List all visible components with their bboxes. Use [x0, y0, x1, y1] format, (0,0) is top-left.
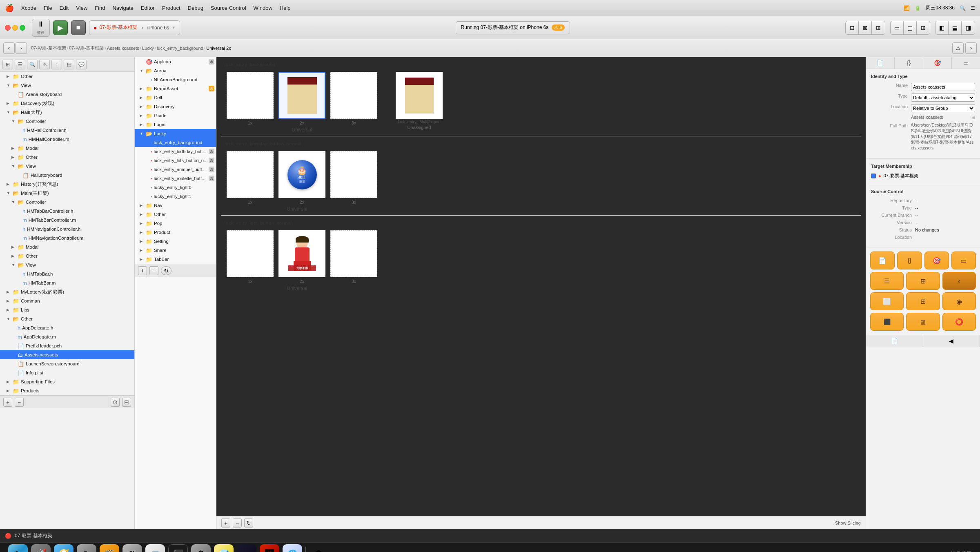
insp-icon-square1[interactable]: ⬜ — [870, 292, 904, 310]
nav-share[interactable]: ▶ 📁 Share — [135, 246, 216, 255]
insp-icon-grid[interactable]: ⊞ — [906, 272, 940, 290]
dock-video[interactable]: 🎬 — [100, 544, 119, 552]
insp-icon-left-arrow[interactable]: ‹ — [942, 272, 976, 290]
minimize-window-btn[interactable] — [12, 25, 18, 31]
tree-item-hmnavigation-h[interactable]: h HMNavigationController.h — [0, 225, 134, 234]
nav-next-issue-btn[interactable]: › — [965, 42, 977, 54]
inspector-tab-file[interactable]: 📄 — [866, 57, 895, 69]
tree-item-hmhall-m[interactable]: m HMHallController.m — [0, 135, 134, 144]
insp-icon-file[interactable]: 📄 — [870, 252, 895, 269]
tree-item-other-hall[interactable]: ▶ 📁 Other — [0, 153, 134, 162]
inspector-tab-quick-help[interactable]: {} — [895, 57, 923, 69]
unassigned-image-box[interactable] — [396, 72, 443, 119]
tree-item-appdelegate-h[interactable]: h AppDelegate.h — [0, 323, 134, 332]
tree-item-hmhall-h[interactable]: h HMHallController.h — [0, 126, 134, 135]
hide-navigator-btn[interactable]: ◧ — [935, 21, 949, 34]
menu-list-icon[interactable]: ☰ — [971, 5, 975, 11]
menu-debug[interactable]: Debug — [188, 5, 203, 11]
tree-item-products[interactable]: ▶ 📁 Products — [0, 386, 134, 395]
navigator-toggle[interactable]: ⊟ — [846, 21, 859, 34]
nav-refresh-btn[interactable]: ↻ — [161, 266, 172, 275]
menu-search-icon[interactable]: 🔍 — [960, 5, 966, 11]
tree-item-view-hall[interactable]: ▼ 📂 View — [0, 162, 134, 171]
file-tree-search-btn[interactable]: 🔍 — [27, 60, 38, 69]
insp-icon-rect[interactable]: ▭ — [951, 252, 976, 269]
tree-item-controller-hall[interactable]: ▼ 📂 Controller — [0, 117, 134, 126]
standard-editor-btn[interactable]: ▭ — [891, 21, 904, 34]
inspector-toggle[interactable]: ⊞ — [872, 21, 885, 34]
content-settings-btn[interactable]: ↻ — [244, 519, 253, 528]
tree-item-hall-sb[interactable]: 📋 Hall.storyboard — [0, 171, 134, 180]
slot-3x-luck-bg[interactable] — [330, 72, 377, 119]
apple-logo[interactable]: 🍎 — [5, 4, 14, 13]
nav-luck-lots[interactable]: ▪ luck_entry_lots_button_n... ◎ — [135, 156, 216, 165]
hide-inspector-btn[interactable]: ◨ — [962, 21, 975, 34]
nav-nlarena[interactable]: ▪ NLArenaBackground — [135, 75, 216, 84]
pause-button[interactable]: ⏸ 暂停 — [32, 19, 50, 37]
menu-edit[interactable]: Edit — [60, 5, 69, 11]
tree-item-hall[interactable]: ▼ 📂 Hall(大厅) — [0, 108, 134, 117]
nav-arena-folder[interactable]: ▼ 📂 Arena — [135, 66, 216, 75]
file-tree-settings-btn[interactable]: ⊙ — [111, 398, 120, 407]
nav-luck-number[interactable]: ▪ luck_entry_number_butt... ◎ — [135, 165, 216, 174]
insp-icon-code[interactable]: {} — [897, 252, 922, 269]
content-remove-btn[interactable]: − — [233, 519, 242, 528]
nav-warning-btn[interactable]: ⚠ — [952, 42, 964, 54]
tree-item-other2[interactable]: ▼ 📂 Other — [0, 314, 134, 323]
nav-nav[interactable]: ▶ 📁 Nav — [135, 201, 216, 210]
breadcrumb-4[interactable]: Lucky — [142, 46, 154, 51]
target-checkbox[interactable] — [871, 174, 876, 178]
nav-luck-roulette[interactable]: ▪ luck_entry_roulette_butt... ◎ — [135, 174, 216, 183]
tree-item-history[interactable]: ▶ 📁 History(开奖信息) — [0, 180, 134, 189]
slot-1x-luck-bg[interactable] — [227, 72, 274, 119]
type-select[interactable]: Default - assetcatalog — [911, 93, 975, 102]
name-input[interactable] — [911, 83, 975, 91]
dock-photoshop[interactable]: Ps — [237, 544, 256, 552]
tree-item-hmnavigation-m[interactable]: m HMNavigationController.m — [0, 234, 134, 243]
menu-view[interactable]: View — [76, 5, 87, 11]
menu-product[interactable]: Product — [162, 5, 180, 11]
tree-item-hmtabbar-m[interactable]: m HMTabBarController.m — [0, 216, 134, 225]
breadcrumb-3[interactable]: Assets.xcassets — [107, 46, 139, 51]
insp-icon-dotgrid[interactable]: ⊞ — [906, 292, 940, 310]
nav-lucky-light0[interactable]: ▪ lucky_entry_light0 — [135, 183, 216, 192]
insp-icon-box1[interactable]: ⬛ — [870, 313, 904, 331]
dock-settings[interactable]: ⚙ — [191, 544, 211, 552]
nav-pop[interactable]: ▶ 📁 Pop — [135, 219, 216, 228]
breadcrumb-2[interactable]: 07-彩票-基本框架 — [69, 45, 104, 51]
nav-back-btn[interactable]: ‹ — [3, 42, 15, 54]
tree-item-controller-main[interactable]: ▼ 📂 Controller — [0, 198, 134, 207]
tree-item-hmtabbar-h[interactable]: h HMTabBarController.h — [0, 207, 134, 216]
tree-item-prefixheader[interactable]: 📄 PrefixHeader.pch — [0, 341, 134, 350]
menu-navigate[interactable]: Navigate — [112, 5, 133, 11]
slot-2x-luck-bg[interactable] — [278, 72, 325, 119]
tree-item-view1[interactable]: ▼ 📂 View — [0, 81, 134, 90]
nav-lucky-light1[interactable]: ▪ lucky_entry_light1 — [135, 192, 216, 201]
tree-item-other1[interactable]: ▶ 📁 Other — [0, 72, 134, 81]
location-select[interactable]: Relative to Group — [911, 104, 975, 112]
content-add-btn[interactable]: + — [221, 519, 230, 528]
menu-window[interactable]: Window — [254, 5, 272, 11]
dock-safari[interactable]: 🧭 — [54, 544, 74, 552]
file-tree-add-btn[interactable]: + — [3, 398, 12, 407]
slot-2x-lots[interactable]: 无敌彩票 — [278, 230, 325, 277]
nav-tabbar[interactable]: ▶ 📁 TabBar — [135, 255, 216, 264]
tree-item-libs[interactable]: ▶ 📁 Libs — [0, 305, 134, 314]
expand-icon[interactable]: ⊞ — [971, 115, 975, 120]
dock-terminal[interactable]: ⬛ — [168, 544, 188, 552]
nav-discovery[interactable]: ▶ 📁 Discovery — [135, 102, 216, 111]
close-window-btn[interactable] — [5, 25, 11, 31]
slot-1x-birthday[interactable] — [227, 151, 274, 198]
nav-product[interactable]: ▶ 📁 Product — [135, 228, 216, 237]
menu-editor[interactable]: Editor — [141, 5, 155, 11]
nav-cell[interactable]: ▶ 📁 Cell — [135, 93, 216, 102]
file-tree-hierarchy-btn[interactable]: ▤ — [64, 60, 74, 69]
nav-guide[interactable]: ▶ 📁 Guide — [135, 111, 216, 120]
file-tree-comment-btn[interactable]: 💬 — [76, 60, 87, 69]
inspector-tab-history[interactable]: 🎯 — [923, 57, 952, 69]
slot-3x-lots[interactable] — [330, 230, 377, 277]
tree-item-modal-main[interactable]: ▶ 📁 Modal — [0, 243, 134, 252]
stop-button[interactable]: ■ — [71, 20, 86, 35]
nav-lucky[interactable]: ▼ 📂 Lucky — [135, 129, 216, 138]
tree-item-modal[interactable]: ▶ 📁 Modal — [0, 144, 134, 153]
